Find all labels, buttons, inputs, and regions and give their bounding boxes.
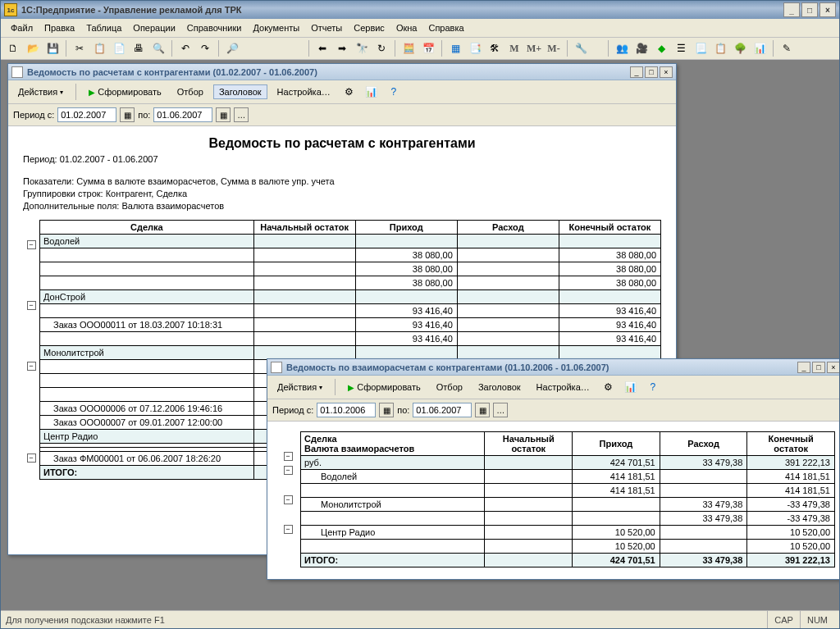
calendar-from-icon[interactable]: ▦	[379, 403, 394, 417]
redo-icon[interactable]: ↷	[196, 39, 214, 57]
camera-icon[interactable]: 🎥	[632, 39, 651, 57]
nav-fwd-icon[interactable]: ➡	[333, 39, 351, 57]
table-row[interactable]: Центр Радио10 520,0010 520,00	[301, 526, 835, 540]
table-row[interactable]: 38 080,0038 080,00	[40, 248, 661, 262]
child-close-1[interactable]: ×	[660, 66, 673, 78]
m-plus-button[interactable]: M+	[525, 39, 543, 57]
open-icon[interactable]: 📂	[24, 39, 42, 57]
tree-collapse-icon[interactable]: −	[284, 525, 293, 534]
save-icon[interactable]: 💾	[43, 39, 62, 57]
period-from-input-1[interactable]	[57, 107, 116, 122]
table-row[interactable]: 93 416,4093 416,40	[40, 332, 661, 346]
table-row[interactable]: 38 080,0038 080,00	[40, 276, 661, 290]
nav-find-icon[interactable]: 🔭	[353, 39, 371, 57]
filter-button-1[interactable]: Отбор	[171, 84, 209, 99]
help-icon[interactable]: ?	[385, 83, 403, 101]
table-row[interactable]: руб.424 701,5133 479,38391 222,13	[301, 456, 835, 470]
users-icon[interactable]: 👥	[613, 39, 631, 57]
tree-collapse-icon[interactable]: −	[27, 362, 36, 371]
form-button-1[interactable]: ▶Сформировать	[83, 84, 167, 99]
list-icon[interactable]: ☰	[672, 39, 690, 57]
tree-collapse-icon[interactable]: −	[284, 452, 293, 461]
table-row[interactable]: ИТОГО:424 701,5133 479,38391 222,13	[301, 554, 835, 567]
new-icon[interactable]: 🗋	[4, 39, 22, 57]
menu-windows[interactable]: Окна	[391, 21, 422, 34]
component-icon[interactable]: ◆	[652, 39, 670, 57]
table-row[interactable]: 10 520,0010 520,00	[301, 540, 835, 554]
period-to-input-2[interactable]	[413, 403, 472, 417]
minimize-button[interactable]: _	[783, 2, 800, 17]
cut-icon[interactable]: ✂	[71, 39, 89, 57]
help-icon[interactable]: ?	[644, 378, 662, 396]
copy-icon[interactable]: 📋	[90, 39, 108, 57]
actions-dropdown-2[interactable]: Действия	[272, 380, 328, 394]
menu-file[interactable]: Файл	[6, 21, 38, 34]
doc2-icon[interactable]: 📋	[711, 39, 729, 57]
nav-back-icon[interactable]: ⬅	[313, 39, 331, 57]
header-button-2[interactable]: Заголовок	[472, 380, 527, 394]
table-row[interactable]: Водолей	[40, 235, 661, 248]
calendar-icon[interactable]: 📅	[419, 39, 437, 57]
period-ellipsis[interactable]: …	[234, 107, 249, 122]
filter-button-2[interactable]: Отбор	[431, 380, 468, 394]
menu-reports[interactable]: Отчеты	[306, 21, 347, 34]
header-button-1[interactable]: Заголовок	[213, 84, 267, 99]
table-row[interactable]: 93 416,4093 416,40	[40, 304, 661, 318]
calendar-to-icon[interactable]: ▦	[216, 107, 231, 122]
settings-button-1[interactable]: Настройка…	[272, 84, 336, 99]
tree-collapse-icon[interactable]: −	[27, 301, 36, 310]
tree-collapse-icon[interactable]: −	[284, 466, 293, 475]
table-row[interactable]: ДонСтрой	[40, 290, 661, 304]
preview-icon[interactable]: 🔍	[149, 39, 167, 57]
tool2-icon[interactable]: 📊	[363, 83, 381, 101]
table-row[interactable]: Заказ ООО00011 от 18.03.2007 10:18:3193 …	[40, 318, 661, 332]
tool1-icon[interactable]: ⚙	[340, 83, 358, 101]
find-icon[interactable]: 🔎	[223, 39, 241, 57]
tree-collapse-icon[interactable]: −	[284, 495, 293, 504]
child-maximize-2[interactable]: □	[812, 362, 825, 373]
close-button[interactable]: ×	[819, 2, 836, 17]
menu-references[interactable]: Справочники	[182, 21, 247, 34]
tree-collapse-icon[interactable]: −	[27, 454, 36, 463]
table-row[interactable]: Монолитстрой	[40, 346, 661, 360]
menu-edit[interactable]: Правка	[39, 21, 80, 34]
chart-icon[interactable]: 📊	[751, 39, 769, 57]
print-icon[interactable]: 🖶	[130, 39, 148, 57]
doc1-icon[interactable]: 📃	[692, 39, 710, 57]
menu-service[interactable]: Сервис	[349, 21, 390, 34]
calendar-to-icon[interactable]: ▦	[475, 403, 490, 417]
tool-icon[interactable]: 🛠	[486, 39, 504, 57]
menu-help[interactable]: Справка	[423, 21, 468, 34]
pencil-icon[interactable]: ✎	[778, 39, 796, 57]
table-row[interactable]: 33 479,38-33 479,38	[301, 512, 835, 526]
tree-icon[interactable]: 🌳	[731, 39, 749, 57]
form-icon[interactable]: 📑	[466, 39, 484, 57]
undo-icon[interactable]: ↶	[176, 39, 194, 57]
child-close-2[interactable]: ×	[827, 362, 839, 373]
calc-icon[interactable]: 🧮	[399, 39, 418, 57]
tree-collapse-icon[interactable]: −	[27, 240, 36, 249]
tool1-icon[interactable]: ⚙	[600, 378, 618, 396]
table-row[interactable]: Водолей414 181,51414 181,51	[301, 470, 835, 484]
m-button[interactable]: M	[505, 39, 523, 57]
period-to-input-1[interactable]	[153, 107, 212, 122]
child-minimize-1[interactable]: _	[630, 66, 643, 78]
form-button-2[interactable]: ▶Сформировать	[342, 380, 427, 394]
grid-icon[interactable]: ▦	[446, 39, 464, 57]
table-row[interactable]: Монолитстрой33 479,38-33 479,38	[301, 498, 835, 512]
calendar-from-icon[interactable]: ▦	[120, 107, 135, 122]
menu-operations[interactable]: Операции	[128, 21, 180, 34]
child-minimize-2[interactable]: _	[797, 362, 810, 373]
table-row[interactable]: 38 080,0038 080,00	[40, 262, 661, 276]
paste-icon[interactable]: 📄	[110, 39, 128, 57]
table-row[interactable]: 414 181,51414 181,51	[301, 484, 835, 498]
period-ellipsis[interactable]: …	[493, 403, 508, 417]
wrench-icon[interactable]: 🔧	[572, 39, 590, 57]
menu-documents[interactable]: Документы	[248, 21, 304, 34]
m-minus-button[interactable]: M-	[545, 39, 563, 57]
tool2-icon[interactable]: 📊	[622, 378, 640, 396]
period-from-input-2[interactable]	[317, 403, 376, 417]
child-maximize-1[interactable]: □	[645, 66, 658, 78]
nav-refresh-icon[interactable]: ↻	[372, 39, 390, 57]
maximize-button[interactable]: □	[801, 2, 818, 17]
